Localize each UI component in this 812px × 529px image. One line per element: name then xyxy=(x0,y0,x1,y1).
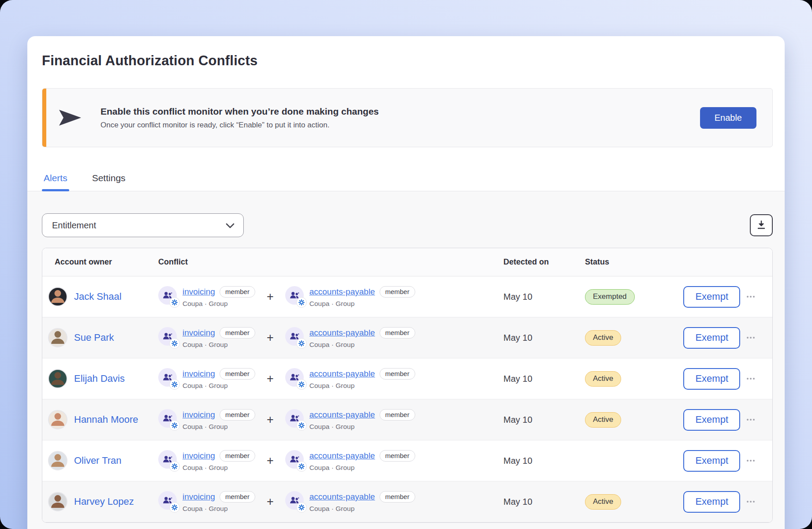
entitlement-link[interactable]: accounts-payable xyxy=(309,410,375,420)
entitlement-link[interactable]: invoicing xyxy=(183,492,215,502)
download-button[interactable] xyxy=(750,214,773,236)
conflict-cell: invoicing member Coupa · Group + xyxy=(158,286,499,308)
entitlement-chip: invoicing member Coupa · Group xyxy=(158,409,255,431)
group-icon xyxy=(158,368,177,387)
entitlement-link[interactable]: accounts-payable xyxy=(309,492,375,502)
action-cell: Exempt xyxy=(682,450,772,472)
status-badge: Exempted xyxy=(585,289,635,305)
enable-button[interactable]: Enable xyxy=(700,107,756,129)
banner-accent-bar xyxy=(42,89,46,147)
page-background: Financial Authorization Conflicts Enable… xyxy=(0,0,812,529)
coupa-logo-icon xyxy=(169,502,180,513)
entitlement-link[interactable]: invoicing xyxy=(183,328,215,338)
more-menu-button[interactable] xyxy=(746,458,756,463)
account-owner-link[interactable]: Sue Park xyxy=(74,332,114,343)
entitlement-meta: Coupa · Group xyxy=(183,423,255,431)
detected-on-cell: May 10 xyxy=(499,415,581,425)
exempt-button[interactable]: Exempt xyxy=(683,286,740,308)
entitlement-link[interactable]: accounts-payable xyxy=(309,369,375,379)
more-menu-button[interactable] xyxy=(746,335,756,340)
entitlement-select-value: Entitlement xyxy=(52,220,96,231)
entitlement-link[interactable]: invoicing xyxy=(183,451,215,461)
exempt-button[interactable]: Exempt xyxy=(683,327,740,349)
detected-on-cell: May 10 xyxy=(499,333,581,343)
coupa-logo-icon xyxy=(296,502,307,513)
coupa-logo-icon xyxy=(169,420,180,431)
action-cell: Exempt xyxy=(682,286,772,308)
member-pill: member xyxy=(380,409,415,421)
entitlement-chip: accounts-payable member Coupa · Group xyxy=(285,409,415,431)
entitlement-meta: Coupa · Group xyxy=(183,341,255,349)
entitlement-link[interactable]: accounts-payable xyxy=(309,287,375,297)
entitlement-chip: accounts-payable member Coupa · Group xyxy=(285,327,415,349)
conflict-cell: invoicing member Coupa · Group + xyxy=(158,491,499,513)
group-icon xyxy=(285,409,304,428)
exempt-button[interactable]: Exempt xyxy=(683,491,740,513)
entitlement-chip: invoicing member Coupa · Group xyxy=(158,286,255,308)
conflict-cell: invoicing member Coupa · Group + xyxy=(158,409,499,431)
group-icon xyxy=(158,450,177,469)
plus-separator: + xyxy=(267,413,274,427)
member-pill: member xyxy=(220,327,255,339)
table-row: Sue Park xyxy=(42,317,772,358)
entitlement-link[interactable]: accounts-payable xyxy=(309,451,375,461)
exempt-button[interactable]: Exempt xyxy=(683,368,740,390)
account-owner-link[interactable]: Elijah Davis xyxy=(74,373,125,384)
account-owner-cell: Jack Shaal xyxy=(42,287,158,306)
entitlement-link[interactable]: accounts-payable xyxy=(309,328,375,338)
entitlement-link[interactable]: invoicing xyxy=(183,410,215,420)
tab-alerts[interactable]: Alerts xyxy=(42,168,69,191)
entitlement-chip: accounts-payable member Coupa · Group xyxy=(285,368,415,390)
coupa-logo-icon xyxy=(169,379,180,390)
more-menu-button[interactable] xyxy=(746,499,756,504)
chevron-down-icon xyxy=(226,220,235,231)
group-icon xyxy=(158,409,177,428)
account-owner-link[interactable]: Oliver Tran xyxy=(74,455,122,466)
tab-settings[interactable]: Settings xyxy=(90,168,127,191)
account-owner-cell: Sue Park xyxy=(42,328,158,347)
entitlement-chip: accounts-payable member Coupa · Group xyxy=(285,286,415,308)
plus-separator: + xyxy=(267,290,274,304)
member-pill: member xyxy=(220,286,255,298)
member-pill: member xyxy=(220,409,255,421)
avatar xyxy=(48,287,67,306)
action-cell: Exempt xyxy=(682,327,772,349)
member-pill: member xyxy=(380,450,415,462)
exempt-button[interactable]: Exempt xyxy=(683,409,740,431)
avatar xyxy=(48,451,67,470)
send-arrow-icon xyxy=(58,108,83,127)
coupa-logo-icon xyxy=(169,461,180,472)
plus-separator: + xyxy=(267,372,274,386)
exempt-button[interactable]: Exempt xyxy=(683,450,740,472)
group-icon xyxy=(158,491,177,510)
avatar xyxy=(48,492,67,511)
coupa-logo-icon xyxy=(296,379,307,390)
table-header: Account owner Conflict Detected on Statu… xyxy=(42,248,772,276)
download-icon xyxy=(756,220,766,231)
action-cell: Exempt xyxy=(682,491,772,513)
detected-on-cell: May 10 xyxy=(499,374,581,384)
status-cell: Active xyxy=(581,330,682,346)
column-header-account-owner: Account owner xyxy=(42,257,158,267)
page-title: Financial Authorization Conflicts xyxy=(42,53,773,69)
entitlement-meta: Coupa · Group xyxy=(309,341,415,349)
member-pill: member xyxy=(380,368,415,380)
conflict-cell: invoicing member Coupa · Group + xyxy=(158,450,499,472)
entitlement-link[interactable]: invoicing xyxy=(183,369,215,379)
more-menu-button[interactable] xyxy=(746,376,756,381)
entitlement-chip: invoicing member Coupa · Group xyxy=(158,491,255,513)
more-menu-button[interactable] xyxy=(746,417,756,422)
entitlement-link[interactable]: invoicing xyxy=(183,287,215,297)
more-menu-button[interactable] xyxy=(746,294,756,299)
entitlement-chip: accounts-payable member Coupa · Group xyxy=(285,491,415,513)
column-header-status: Status xyxy=(581,257,682,267)
entitlement-select[interactable]: Entitlement xyxy=(42,213,244,237)
plus-separator: + xyxy=(267,331,274,345)
account-owner-link[interactable]: Jack Shaal xyxy=(74,291,122,302)
account-owner-link[interactable]: Hannah Moore xyxy=(74,414,138,425)
account-owner-link[interactable]: Harvey Lopez xyxy=(74,496,134,507)
table-row: Elijah Davis xyxy=(42,358,772,399)
column-header-conflict: Conflict xyxy=(158,257,499,267)
main-card: Financial Authorization Conflicts Enable… xyxy=(27,36,785,529)
avatar xyxy=(48,410,67,429)
